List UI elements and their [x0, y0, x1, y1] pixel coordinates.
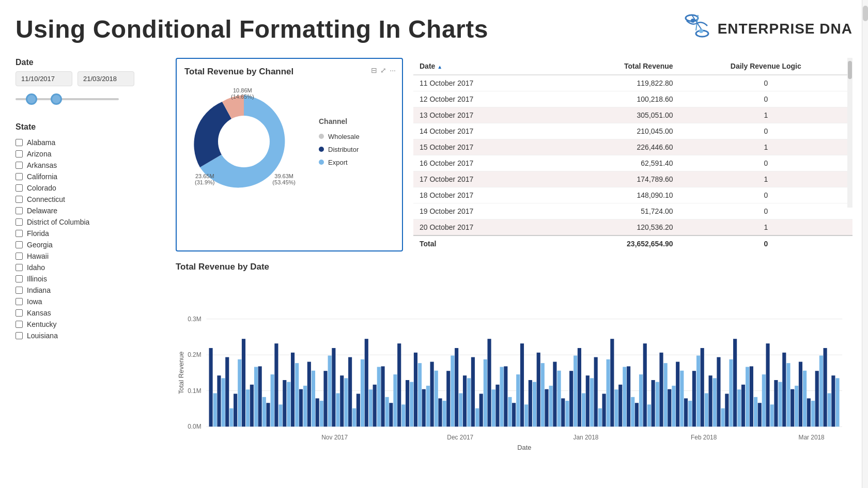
bar-dark[interactable] — [618, 385, 622, 427]
bar-light[interactable] — [672, 386, 675, 427]
table-scrollbar[interactable] — [847, 58, 853, 208]
state-item[interactable]: Louisiana — [16, 330, 165, 341]
col-logic[interactable]: Daily Revenue Logic — [679, 58, 853, 75]
state-checkbox[interactable] — [16, 309, 23, 317]
bar-dark[interactable] — [659, 353, 663, 427]
bar-dark[interactable] — [266, 403, 270, 427]
bar-dark[interactable] — [791, 389, 794, 427]
bar-light[interactable] — [795, 386, 798, 427]
bar-dark[interactable] — [831, 375, 835, 427]
bar-light[interactable] — [238, 359, 241, 427]
bar-light[interactable] — [786, 363, 790, 427]
bar-light[interactable] — [607, 359, 610, 427]
bar-dark[interactable] — [332, 348, 335, 427]
state-checkbox[interactable] — [16, 264, 23, 271]
bar-light[interactable] — [721, 408, 725, 427]
bar-light[interactable] — [295, 363, 299, 427]
bar-light[interactable] — [336, 393, 339, 427]
bar-light[interactable] — [369, 389, 373, 427]
bar-light[interactable] — [278, 404, 282, 427]
bar-dark[interactable] — [750, 366, 753, 427]
bar-light[interactable] — [385, 397, 389, 427]
bar-light[interactable] — [828, 393, 831, 427]
state-checkbox[interactable] — [16, 321, 23, 328]
bar-dark[interactable] — [676, 362, 679, 427]
bar-dark[interactable] — [234, 393, 237, 427]
bar-dark[interactable] — [487, 339, 491, 427]
bar-dark[interactable] — [643, 343, 647, 427]
bar-dark[interactable] — [373, 385, 377, 427]
bar-light[interactable] — [647, 404, 651, 427]
state-item[interactable]: Colorado — [16, 182, 165, 194]
bar-light[interactable] — [435, 371, 438, 427]
state-item[interactable]: Arkansas — [16, 160, 165, 171]
bar-light[interactable] — [639, 374, 643, 427]
bar-dark[interactable] — [340, 375, 344, 427]
bar-light[interactable] — [246, 389, 250, 427]
bar-dark[interactable] — [258, 366, 262, 427]
col-revenue[interactable]: Total Revenue — [551, 58, 679, 75]
bar-light[interactable] — [410, 382, 413, 427]
filter-icon[interactable]: ⊟ — [371, 66, 377, 74]
bar-dark[interactable] — [438, 398, 442, 427]
bar-light[interactable] — [614, 389, 618, 427]
bar-light[interactable] — [549, 386, 553, 427]
state-checkbox[interactable] — [16, 298, 23, 305]
bar-dark[interactable] — [422, 389, 426, 427]
bar-dark[interactable] — [815, 371, 819, 427]
bar-dark[interactable] — [348, 357, 352, 427]
bar-dark[interactable] — [479, 393, 483, 427]
bar-light[interactable] — [623, 367, 626, 427]
bar-dark[interactable] — [578, 348, 581, 427]
slider-handle-left[interactable] — [26, 93, 37, 105]
bar-dark[interactable] — [414, 353, 417, 427]
bar-light[interactable] — [803, 371, 807, 427]
state-item[interactable]: Idaho — [16, 262, 165, 273]
bar-light[interactable] — [590, 378, 594, 427]
bar-light[interactable] — [377, 367, 381, 427]
bar-dark[interactable] — [807, 398, 811, 427]
end-date[interactable]: 21/03/2018 — [78, 71, 134, 86]
bar-dark[interactable] — [684, 398, 688, 427]
bar-light[interactable] — [443, 401, 446, 427]
bar-light[interactable] — [344, 378, 348, 427]
bar-dark[interactable] — [389, 403, 393, 427]
state-checkbox[interactable] — [16, 287, 23, 294]
bar-dark[interactable] — [766, 343, 769, 427]
bar-dark[interactable] — [406, 380, 409, 427]
page-scrollbar[interactable] — [862, 0, 868, 488]
bar-dark[interactable] — [537, 353, 540, 427]
bar-light[interactable] — [508, 397, 512, 427]
bar-dark[interactable] — [741, 385, 745, 427]
date-slider[interactable] — [16, 91, 165, 107]
bar-dark[interactable] — [529, 380, 532, 427]
state-checkbox[interactable] — [16, 173, 23, 180]
bar-light[interactable] — [303, 386, 307, 427]
bar-dark[interactable] — [274, 343, 278, 427]
state-checkbox[interactable] — [16, 230, 23, 237]
bar-dark[interactable] — [446, 371, 450, 427]
bar-light[interactable] — [500, 367, 504, 427]
bar-light[interactable] — [565, 401, 569, 427]
bar-light[interactable] — [229, 408, 233, 427]
bar-light[interactable] — [467, 378, 471, 427]
more-icon[interactable]: ··· — [390, 66, 396, 74]
bar-light[interactable] — [713, 378, 717, 427]
bar-dark[interactable] — [283, 380, 286, 427]
state-item[interactable]: Illinois — [16, 273, 165, 285]
bar-dark[interactable] — [520, 343, 524, 427]
state-item[interactable]: California — [16, 171, 165, 182]
bar-dark[interactable] — [242, 339, 245, 427]
bar-light[interactable] — [598, 408, 602, 427]
bar-dark[interactable] — [635, 403, 639, 427]
bar-dark[interactable] — [323, 371, 327, 427]
bar-light[interactable] — [492, 389, 495, 427]
state-item[interactable]: Kentucky — [16, 319, 165, 330]
start-date[interactable]: 11/10/2017 — [16, 71, 72, 86]
state-item[interactable]: Kansas — [16, 307, 165, 319]
state-checkbox[interactable] — [16, 332, 23, 339]
state-checkbox[interactable] — [16, 218, 23, 226]
bar-light[interactable] — [451, 356, 454, 427]
bar-dark[interactable] — [782, 353, 786, 427]
bar-light[interactable] — [459, 393, 462, 427]
